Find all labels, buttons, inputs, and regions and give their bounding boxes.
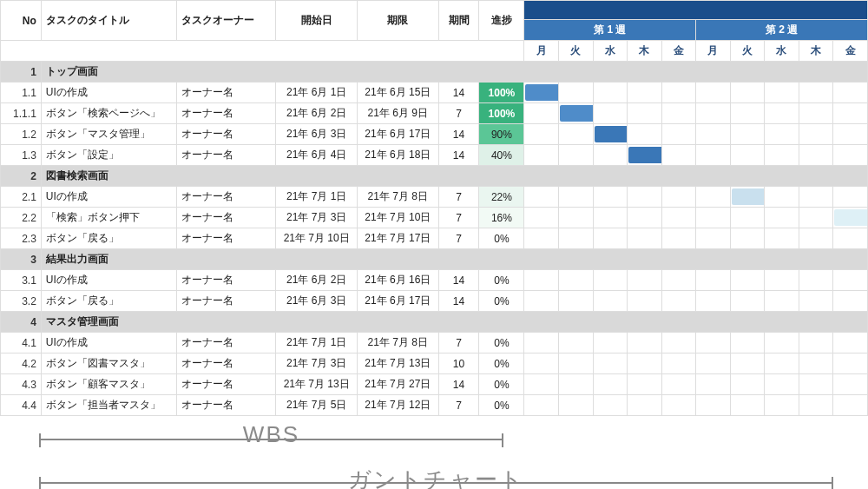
gantt-cell — [593, 291, 628, 312]
gantt-cell — [558, 395, 593, 416]
cell-end: 21年 6月 16日 — [357, 270, 438, 291]
cell-no: 1.3 — [1, 145, 42, 166]
cell-progress: 90% — [479, 124, 524, 145]
gantt-cell — [628, 124, 662, 145]
col-title: タスクのタイトル — [41, 1, 176, 41]
gantt-cell — [628, 270, 662, 291]
gantt-bar — [834, 209, 867, 226]
task-row: 3.1UIの作成オーナー名21年 6月 2日21年 6月 16日140% — [1, 270, 868, 291]
cell-dur: 14 — [438, 270, 479, 291]
gantt-cell — [799, 145, 833, 166]
gantt-cell — [558, 187, 593, 208]
gantt-cell — [524, 270, 559, 291]
cell-start: 21年 7月 1日 — [276, 333, 358, 354]
gantt-cell — [833, 270, 868, 291]
gantt-cell — [765, 103, 799, 124]
gantt-cell — [524, 103, 559, 124]
gantt-cell — [730, 374, 765, 395]
gantt-cell — [799, 270, 833, 291]
cell-end: 21年 6月 17日 — [357, 291, 438, 312]
cell-dur: 14 — [438, 374, 479, 395]
gantt-cell — [593, 395, 628, 416]
gantt-cell — [524, 124, 559, 145]
cell-dur: 7 — [438, 228, 479, 249]
gantt-cell — [799, 187, 833, 208]
table-body: 1トップ画面1.1UIの作成オーナー名21年 6月 1日21年 6月 15日14… — [1, 62, 868, 416]
gantt-cell — [524, 228, 559, 249]
cell-owner: オーナー名 — [176, 354, 275, 374]
gantt-cell — [730, 395, 765, 416]
cell-owner: オーナー名 — [176, 103, 275, 124]
cell-progress: 0% — [479, 270, 524, 291]
cell-progress: 100% — [479, 83, 524, 103]
cell-title: ボタン「検索ページへ」 — [41, 103, 176, 124]
gantt-cell — [765, 270, 799, 291]
cell-start: 21年 6月 3日 — [276, 291, 358, 312]
gantt-cell — [765, 83, 799, 103]
gantt-cell — [730, 103, 765, 124]
task-row: 4.4ボタン「担当者マスタ」オーナー名21年 7月 5日21年 7月 12日70… — [1, 395, 868, 416]
day-head: 火 — [730, 41, 765, 62]
cell-progress: 0% — [479, 228, 524, 249]
cell-end: 21年 7月 10日 — [357, 208, 438, 228]
cell-start: 21年 6月 3日 — [276, 124, 358, 145]
gantt-cell — [833, 374, 868, 395]
cell-owner: オーナー名 — [176, 124, 275, 145]
day-head: 水 — [593, 41, 628, 62]
gantt-cell — [558, 374, 593, 395]
cell-no: 1.1.1 — [1, 103, 42, 124]
gantt-cell — [765, 208, 799, 228]
gantt-cell — [765, 354, 799, 374]
task-row: 4.2ボタン「図書マスタ」オーナー名21年 7月 3日21年 7月 13日100… — [1, 354, 868, 374]
gantt-cell — [593, 145, 628, 166]
gantt-cell — [558, 145, 593, 166]
gantt-cell — [558, 103, 593, 124]
gantt-bar — [560, 105, 593, 122]
gantt-cell — [799, 374, 833, 395]
cell-progress: 100% — [479, 103, 524, 124]
cell-owner: オーナー名 — [176, 208, 275, 228]
cell-dur: 7 — [438, 187, 479, 208]
col-dur: 期間 — [438, 1, 479, 41]
cell-title: UIの作成 — [41, 83, 176, 103]
gantt-cell — [833, 124, 868, 145]
cell-dur: 7 — [438, 103, 479, 124]
cell-end: 21年 7月 13日 — [357, 354, 438, 374]
cell-start: 21年 6月 2日 — [276, 103, 358, 124]
gantt-cell — [696, 354, 731, 374]
gantt-cell — [524, 291, 559, 312]
gantt-cell — [765, 395, 799, 416]
gantt-cell — [524, 208, 559, 228]
gantt-cell — [524, 187, 559, 208]
gantt-cell — [593, 83, 628, 103]
gantt-cell — [524, 354, 559, 374]
gantt-cell — [524, 333, 559, 354]
day-head: 金 — [661, 41, 696, 62]
wbs-label: WBS — [39, 421, 503, 448]
cell-start: 21年 6月 4日 — [276, 145, 358, 166]
gantt-cell — [730, 228, 765, 249]
gantt-cell — [593, 228, 628, 249]
cell-owner: オーナー名 — [176, 187, 275, 208]
week-2: 第 2 週 — [696, 20, 868, 41]
cell-title: ボタン「担当者マスタ」 — [41, 395, 176, 416]
cell-no: 1.2 — [1, 124, 42, 145]
gantt-cell — [696, 83, 731, 103]
gantt-cell — [558, 83, 593, 103]
cell-no: 2.3 — [1, 228, 42, 249]
gantt-cell — [593, 374, 628, 395]
cell-start: 21年 6月 1日 — [276, 83, 358, 103]
gantt-cell — [628, 395, 662, 416]
gantt-cell — [799, 83, 833, 103]
gantt-cell — [661, 83, 696, 103]
gantt-cell — [696, 228, 731, 249]
gantt-cell — [730, 124, 765, 145]
gantt-cell — [799, 395, 833, 416]
group-no: 2 — [1, 166, 42, 187]
gantt-cell — [593, 270, 628, 291]
cell-owner: オーナー名 — [176, 395, 275, 416]
task-row: 3.2ボタン「戻る」オーナー名21年 6月 3日21年 6月 17日140% — [1, 291, 868, 312]
gantt-cell — [696, 124, 731, 145]
gantt-cell — [628, 374, 662, 395]
group-no: 4 — [1, 312, 42, 333]
